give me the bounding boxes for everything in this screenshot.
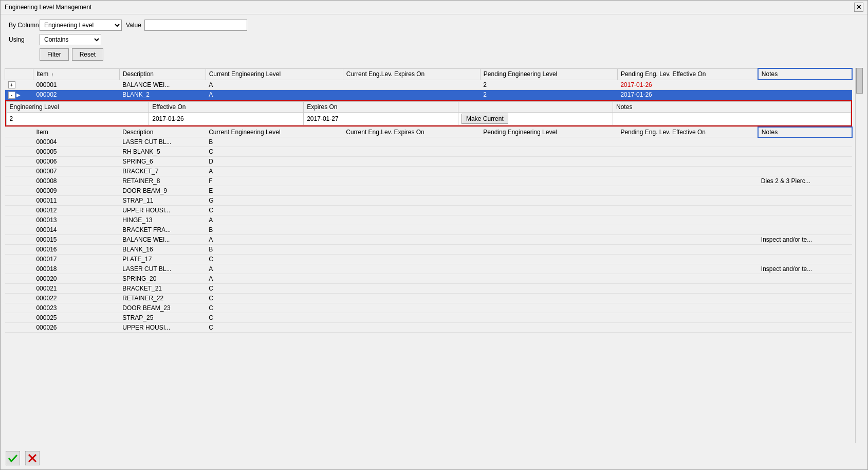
th-notes[interactable]: Notes bbox=[758, 68, 852, 80]
th-current-exp[interactable]: Current Eng.Lev. Expires On bbox=[343, 68, 480, 80]
sh-item[interactable]: Item bbox=[33, 127, 119, 137]
table-row[interactable]: 000022RETAINER_22C bbox=[5, 294, 853, 303]
th-pending-eff[interactable]: Pending Eng. Lev. Effective On bbox=[617, 68, 758, 80]
table-row[interactable]: 000020SPRING_20A bbox=[5, 274, 853, 284]
table-row[interactable]: 000004LASER CUT BL...B bbox=[5, 137, 853, 147]
table-row[interactable]: 000011STRAP_11G bbox=[5, 196, 853, 206]
desc: LASER CUT BL... bbox=[119, 264, 206, 274]
th-pending-eng-level[interactable]: Pending Engineering Level bbox=[480, 68, 617, 80]
item: 000011 bbox=[33, 196, 119, 206]
table-row[interactable]: 000021BRACKET_21C bbox=[5, 284, 853, 294]
expand-cell-selected[interactable]: - ▶ bbox=[5, 90, 33, 100]
cexp bbox=[343, 157, 480, 167]
window-title: Engineering Level Management bbox=[5, 4, 91, 11]
table-row[interactable]: 000023DOOR BEAM_23C bbox=[5, 303, 853, 313]
expand-cell[interactable]: + bbox=[5, 80, 33, 90]
cancel-button[interactable] bbox=[24, 450, 41, 466]
detail-row: Engineering Level Effective On Expires O… bbox=[5, 100, 853, 127]
desc-cell-selected: BLANK_2 bbox=[119, 90, 206, 100]
close-button[interactable]: ✕ bbox=[854, 3, 863, 12]
detail-th-notes: Notes bbox=[613, 101, 851, 112]
value-label: Value bbox=[126, 22, 141, 29]
detail-action-cell[interactable]: Make Current bbox=[458, 112, 613, 125]
th-current-eng-level[interactable]: Current Engineering Level bbox=[206, 68, 343, 80]
peng bbox=[480, 225, 617, 235]
peff bbox=[617, 255, 758, 264]
sh-peng[interactable]: Pending Engineering Level bbox=[480, 127, 617, 137]
plus-icon[interactable]: + bbox=[8, 81, 15, 88]
by-column-select[interactable]: Engineering Level bbox=[40, 20, 122, 31]
notes bbox=[758, 225, 852, 235]
table-row[interactable]: 000018LASER CUT BL...AInspect and/or te.… bbox=[5, 264, 853, 274]
cexp bbox=[343, 264, 480, 274]
reset-button[interactable]: Reset bbox=[72, 48, 103, 61]
ceng: F bbox=[206, 176, 343, 186]
ceng: A bbox=[206, 235, 343, 245]
minus-icon[interactable]: - bbox=[8, 92, 15, 99]
peng bbox=[480, 284, 617, 294]
desc: BRACKET_21 bbox=[119, 284, 206, 294]
exp bbox=[5, 323, 33, 333]
notes bbox=[758, 137, 852, 147]
exp bbox=[5, 215, 33, 225]
item: 000008 bbox=[33, 176, 119, 186]
desc: BLANK_16 bbox=[119, 245, 206, 255]
item: 000025 bbox=[33, 313, 119, 323]
peng bbox=[480, 147, 617, 157]
sh-notes[interactable]: Notes bbox=[758, 127, 852, 137]
scrollbar[interactable] bbox=[855, 68, 863, 443]
peng bbox=[480, 303, 617, 313]
table-row[interactable]: 000006SPRING_6D bbox=[5, 157, 853, 167]
current-exp-cell bbox=[343, 80, 480, 90]
using-row: Using Contains bbox=[9, 34, 859, 45]
ceng: A bbox=[206, 215, 343, 225]
confirm-button[interactable] bbox=[5, 450, 21, 466]
table-row[interactable]: 000008RETAINER_8FDies 2 & 3 Pierc... bbox=[5, 176, 853, 186]
table-row[interactable]: 000013HINGE_13A bbox=[5, 215, 853, 225]
using-select[interactable]: Contains bbox=[40, 34, 101, 45]
peng bbox=[480, 137, 617, 147]
cexp bbox=[343, 225, 480, 235]
table-row[interactable]: + 000001 BALANCE WEI... A 2 2017-01-26 bbox=[5, 80, 853, 90]
table-row[interactable]: 000015BALANCE WEI...AInspect and/or te..… bbox=[5, 235, 853, 245]
notes bbox=[758, 245, 852, 255]
ceng: C bbox=[206, 255, 343, 264]
cexp bbox=[343, 215, 480, 225]
sh-peff[interactable]: Pending Eng. Lev. Effective On bbox=[617, 127, 758, 137]
table-row[interactable]: 000009DOOR BEAM_9E bbox=[5, 186, 853, 196]
table-row[interactable]: 000012UPPER HOUSI...C bbox=[5, 206, 853, 215]
notes bbox=[758, 294, 852, 303]
th-description[interactable]: Description bbox=[119, 68, 206, 80]
table-row-selected[interactable]: - ▶ 000002 BLANK_2 A 2 2017-01-26 bbox=[5, 90, 853, 100]
sh-ceng[interactable]: Current Engineering Level bbox=[206, 127, 343, 137]
desc-cell: BALANCE WEI... bbox=[119, 80, 206, 90]
make-current-button[interactable]: Make Current bbox=[461, 114, 508, 124]
detail-body: 2 2017-01-26 2017-01-27 Make Current bbox=[6, 112, 851, 125]
peff bbox=[617, 313, 758, 323]
notes: Inspect and/or te... bbox=[758, 235, 852, 245]
desc: RETAINER_8 bbox=[119, 176, 206, 186]
cexp bbox=[343, 206, 480, 215]
ceng: C bbox=[206, 294, 343, 303]
detail-th-exp-on: Expires On bbox=[304, 101, 458, 112]
table-row[interactable]: 000016BLANK_16B bbox=[5, 245, 853, 255]
table-row[interactable]: 000014BRACKET FRA...B bbox=[5, 225, 853, 235]
cexp bbox=[343, 323, 480, 333]
exp bbox=[5, 303, 33, 313]
sh-cexp[interactable]: Current Eng.Lev. Expires On bbox=[343, 127, 480, 137]
value-input[interactable] bbox=[144, 20, 247, 31]
table-row[interactable]: 000005RH BLANK_5C bbox=[5, 147, 853, 157]
desc: DOOR BEAM_23 bbox=[119, 303, 206, 313]
peff bbox=[617, 323, 758, 333]
scrollbar-thumb[interactable] bbox=[856, 68, 863, 94]
filter-button[interactable]: Filter bbox=[40, 48, 69, 61]
table-row[interactable]: 000025STRAP_25C bbox=[5, 313, 853, 323]
th-item[interactable]: Item ↑ bbox=[33, 68, 119, 80]
table-row[interactable]: 000007BRACKET_7A bbox=[5, 167, 853, 176]
sh-desc[interactable]: Description bbox=[119, 127, 206, 137]
table-row[interactable]: 000026UPPER HOUSI...C bbox=[5, 323, 853, 333]
table-row[interactable]: 000017PLATE_17C bbox=[5, 255, 853, 264]
desc: STRAP_25 bbox=[119, 313, 206, 323]
table-scroll-area[interactable]: Item ↑ Description Current Engineering L… bbox=[5, 68, 863, 443]
desc: SPRING_6 bbox=[119, 157, 206, 167]
